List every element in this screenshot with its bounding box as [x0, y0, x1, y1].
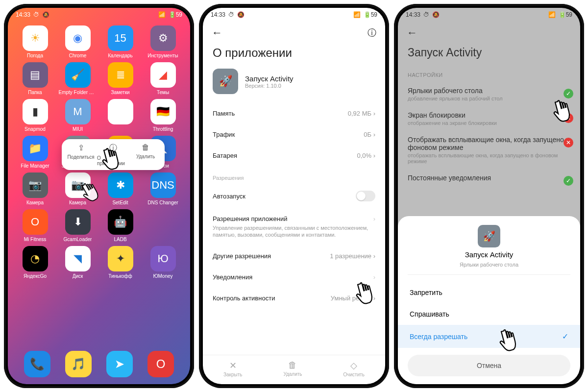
battery-icon: 🔋59: [169, 11, 182, 18]
app-icon-ЯндексGo[interactable]: ◔ЯндексGo: [15, 246, 55, 279]
app-icon-Инструменты[interactable]: ⚙Инструменты: [143, 25, 183, 58]
perm-row[interactable]: Ярлыки рабочего столадобавление ярлыков …: [398, 82, 580, 106]
app-icon-File Manager[interactable]: 📁File Manager: [15, 136, 55, 169]
app-icon: 🚀: [478, 225, 500, 247]
dock-icon[interactable]: 🎵: [65, 351, 92, 377]
app-icon-Mi Fitness[interactable]: OMi Fitness: [15, 209, 55, 242]
app-icon-Snapmod[interactable]: ▮Snapmod: [15, 99, 55, 132]
app-icon-blank[interactable]: [143, 209, 183, 242]
phone-app-info: 14:33⏱🔕 📶🔋59 ← ⓘ О приложении 🚀 Запуск A…: [199, 4, 389, 388]
toggle[interactable]: [356, 191, 375, 201]
app-icon-Throttling[interactable]: 🇩🇪Throttling: [143, 99, 183, 132]
info-icon[interactable]: ⓘ: [368, 27, 376, 39]
back-icon[interactable]: ←: [407, 26, 417, 39]
bottom-actions: ✕Закрыть🗑Удалить◇Очистить: [203, 355, 385, 379]
stat-row[interactable]: Батарея0,0% ›: [203, 145, 385, 166]
back-icon[interactable]: ←: [212, 26, 222, 39]
notifications-row[interactable]: Уведомления›: [203, 267, 385, 288]
phone-homescreen: 14:33⏱🔕 📶🔋59 ☀Погода◉Chrome15Календарь⚙И…: [4, 4, 194, 388]
stat-row[interactable]: Память0,92 МБ ›: [203, 103, 385, 124]
app-icon-blank[interactable]: [100, 99, 141, 132]
signal-icon: 📶: [158, 11, 166, 18]
popup-Поделиться[interactable]: ⇪Поделиться: [65, 143, 97, 166]
option-Запретить[interactable]: Запретить: [398, 282, 580, 303]
longpress-popup: ⇪ПоделитьсяⓘО приложении🗑Удалить: [62, 139, 165, 170]
dock-icon[interactable]: O: [147, 351, 174, 377]
app-info-header: 🚀 Запуск Activity Версия: 1.10.0: [203, 66, 385, 103]
option-Всегда разрешать[interactable]: Всегда разрешать✓: [398, 325, 580, 348]
activity-control-row[interactable]: Контроль активностиУмный режим ›: [203, 288, 385, 309]
stat-row[interactable]: Трафик0Б ›: [203, 124, 385, 145]
statusbar: 14:33⏱🔕 📶🔋59: [398, 8, 580, 22]
app-icon-Календарь[interactable]: 15Календарь: [100, 25, 141, 58]
statusbar: 14:33⏱🔕 📶🔋59: [8, 8, 190, 22]
app-icon-Тинькофф[interactable]: ✦Тинькофф: [100, 246, 141, 279]
app-icon: 🚀: [213, 69, 238, 94]
page-title: О приложении: [203, 44, 385, 66]
other-permissions-row[interactable]: Другие разрешения1 разрешение ›: [203, 245, 385, 267]
dock-icon[interactable]: ➤: [106, 351, 133, 377]
app-icon-Камера[interactable]: 📷Камера: [57, 172, 98, 205]
app-icon-Папка[interactable]: ▤Папка: [15, 62, 55, 95]
perm-row[interactable]: Экран блокировкиотображение на экране бл…: [398, 106, 580, 131]
statusbar: 14:33⏱🔕 📶🔋59: [203, 8, 385, 22]
app-icon-Chrome[interactable]: ◉Chrome: [57, 25, 98, 58]
app-icon-GcamLoader[interactable]: ⬇GcamLoader: [57, 209, 98, 242]
app-icon-SetEdit[interactable]: ✱SetEdit: [100, 172, 141, 205]
dock-icon[interactable]: 📞: [24, 351, 50, 377]
popup-Удалить[interactable]: 🗑Удалить: [129, 143, 162, 166]
perm-row[interactable]: Отображать всплывающие окна, когда запущ…: [398, 131, 580, 169]
bottom-Удалить[interactable]: 🗑Удалить: [283, 360, 302, 377]
app-icon-ЮMoney[interactable]: ЮЮMoney: [143, 246, 183, 279]
alarm-icon: ⏱: [33, 11, 39, 18]
perm-row[interactable]: Постоянные уведомления✓: [398, 169, 580, 187]
app-icon-Заметки[interactable]: ≣Заметки: [100, 62, 141, 95]
app-icon-MIUI[interactable]: MMIUI: [57, 99, 98, 132]
permission-sheet: 🚀 Запуск Activity Ярлыки рабочего стола …: [398, 216, 580, 384]
app-icon-Темы[interactable]: ◢Темы: [143, 62, 183, 95]
dock: 📞🎵➤O: [8, 351, 190, 377]
app-icon-Камера[interactable]: 📷Камера: [15, 172, 55, 205]
dnd-icon: 🔕: [42, 11, 49, 18]
app-icon-LADB[interactable]: 🤖LADB: [100, 209, 141, 242]
phone-permission-dialog: 14:33⏱🔕 📶🔋59 ← Запуск Activity НАСТРОЙКИ…: [394, 4, 584, 388]
app-icon-Погода[interactable]: ☀Погода: [15, 25, 55, 58]
page-title: Запуск Activity: [398, 44, 580, 65]
app-permissions-row[interactable]: Разрешения приложений› Управление разреш…: [203, 208, 385, 245]
app-icon-DNS Changer[interactable]: DNSDNS Changer: [143, 172, 183, 205]
bottom-Закрыть[interactable]: ✕Закрыть: [223, 360, 243, 377]
popup-О приложении[interactable]: ⓘО приложении: [97, 143, 129, 166]
cancel-button[interactable]: Отмена: [408, 355, 570, 376]
option-Спрашивать[interactable]: Спрашивать: [398, 303, 580, 325]
bottom-Очистить[interactable]: ◇Очистить: [343, 360, 365, 377]
app-icon-Empty Folder Cleaner[interactable]: 🧹Empty Folder Cleaner: [57, 62, 98, 95]
autostart-row[interactable]: Автозапуск: [203, 184, 385, 208]
app-icon-Диск[interactable]: ◥Диск: [57, 246, 98, 279]
